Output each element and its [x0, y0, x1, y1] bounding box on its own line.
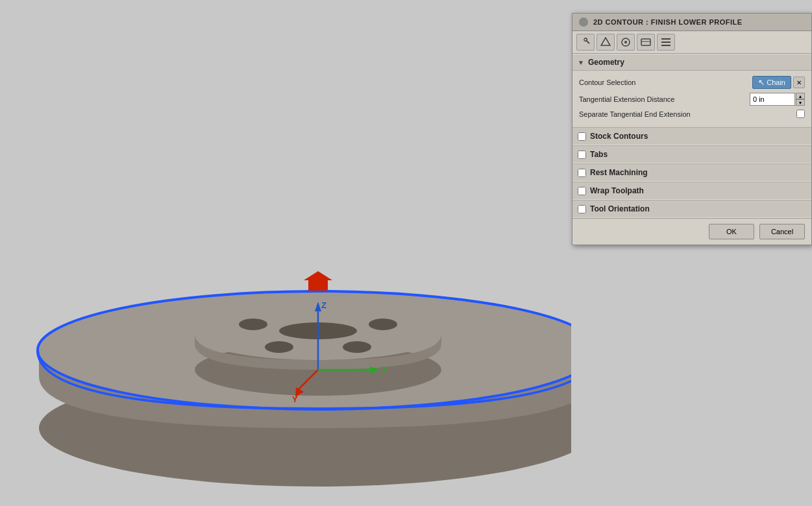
tangential-ext-control: ▲ ▼	[750, 93, 805, 106]
wrap-toolpath-section: Wrap Toolpath	[572, 182, 811, 200]
bottom-buttons: OK Cancel	[572, 218, 811, 245]
svg-rect-24	[641, 39, 650, 45]
chain-button[interactable]: ↖ Chain	[752, 76, 791, 89]
svg-rect-28	[661, 45, 671, 46]
contour-selection-control: ↖ Chain ✕	[752, 76, 805, 89]
panel-title: 2D CONTOUR : FINISH LOWER PROFILE	[593, 18, 743, 26]
svg-rect-26	[661, 38, 671, 40]
stock-contours-section: Stock Contours	[572, 127, 811, 145]
rest-machining-header[interactable]: Rest Machining	[572, 164, 811, 181]
stock-contours-header[interactable]: Stock Contours	[572, 128, 811, 145]
options-button[interactable]	[657, 34, 675, 51]
geometry-arrow-icon: ▼	[578, 59, 584, 66]
tabs-checkbox[interactable]	[578, 151, 586, 159]
rest-machining-section: Rest Machining	[572, 163, 811, 182]
tabs-header[interactable]: Tabs	[572, 146, 811, 163]
separate-tangential-control	[796, 110, 805, 118]
tool-button[interactable]	[576, 34, 595, 51]
clear-chain-button[interactable]: ✕	[793, 77, 805, 88]
contour-selection-label: Contour Selection	[579, 78, 752, 86]
tool-orientation-section: Tool Orientation	[572, 200, 811, 218]
tangential-increment[interactable]: ▲	[796, 93, 805, 99]
cancel-button[interactable]: Cancel	[759, 224, 805, 239]
svg-point-8	[265, 341, 293, 353]
separate-tangential-label: Separate Tangential End Extension	[579, 110, 796, 118]
tabs-section: Tabs	[572, 145, 811, 163]
stock-contours-checkbox[interactable]	[578, 132, 586, 141]
tangential-ext-row: Tangential Extension Distance ▲ ▼	[579, 93, 805, 106]
svg-marker-21	[601, 38, 610, 45]
wrap-toolpath-title: Wrap Toolpath	[590, 186, 644, 195]
tangential-decrement[interactable]: ▼	[796, 99, 805, 106]
toolbar	[572, 31, 811, 54]
tangential-spinner: ▲ ▼	[796, 93, 805, 106]
tool-orientation-title: Tool Orientation	[590, 204, 650, 213]
panel-title-icon	[579, 18, 588, 27]
geometry-section-title: Geometry	[588, 58, 624, 67]
svg-rect-27	[661, 42, 671, 43]
wrap-toolpath-header[interactable]: Wrap Toolpath	[572, 182, 811, 199]
tool-orientation-checkbox[interactable]	[578, 205, 586, 213]
passes-button[interactable]	[617, 34, 635, 51]
svg-point-9	[343, 341, 371, 353]
linking-button[interactable]	[637, 34, 655, 51]
tangential-ext-label: Tangential Extension Distance	[579, 95, 750, 103]
geometry-section: ▼ Geometry Contour Selection ↖ Chain ✕ T…	[572, 54, 811, 127]
geometry-section-content: Contour Selection ↖ Chain ✕ Tangential E…	[572, 71, 811, 127]
svg-text:Z: Z	[321, 300, 326, 310]
svg-point-6	[239, 319, 267, 330]
rest-machining-title: Rest Machining	[590, 168, 648, 177]
tabs-title: Tabs	[590, 150, 608, 159]
chain-button-label: Chain	[767, 78, 785, 86]
stock-contours-title: Stock Contours	[590, 132, 648, 141]
svg-point-7	[369, 319, 397, 330]
ok-button[interactable]: OK	[709, 224, 754, 239]
geometry-button[interactable]	[597, 34, 615, 51]
svg-text:Y: Y	[292, 394, 298, 404]
svg-point-23	[624, 41, 627, 43]
tool-orientation-header[interactable]: Tool Orientation	[572, 200, 811, 217]
panel-titlebar: 2D CONTOUR : FINISH LOWER PROFILE	[572, 14, 811, 31]
3d-viewport[interactable]: Z X Y	[0, 0, 571, 506]
cursor-icon: ↖	[758, 78, 765, 87]
rest-machining-checkbox[interactable]	[578, 169, 586, 177]
separate-tangential-checkbox[interactable]	[796, 110, 805, 118]
svg-text:X: X	[382, 365, 388, 374]
tangential-input[interactable]	[750, 93, 795, 106]
panel: 2D CONTOUR : FINISH LOWER PROFILE ▼ Geom…	[572, 13, 812, 245]
tangential-input-wrap: ▲ ▼	[750, 93, 805, 106]
contour-selection-row: Contour Selection ↖ Chain ✕	[579, 76, 805, 89]
separate-tangential-row: Separate Tangential End Extension	[579, 110, 805, 118]
wrap-toolpath-checkbox[interactable]	[578, 187, 586, 195]
geometry-section-header[interactable]: ▼ Geometry	[572, 54, 811, 71]
